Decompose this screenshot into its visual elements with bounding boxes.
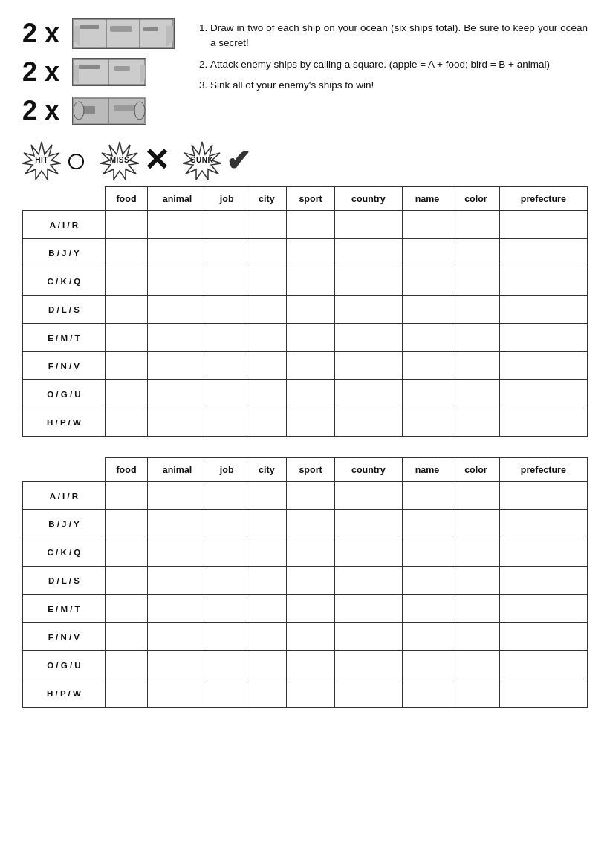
grid-cell-r2-c8[interactable]	[499, 267, 587, 296]
grid-cell-r4-c2[interactable]	[207, 324, 247, 352]
grid-cell-r3-c0[interactable]	[105, 567, 147, 595]
grid-cell-r3-c6[interactable]	[402, 567, 452, 595]
grid-cell-r5-c2[interactable]	[207, 623, 247, 651]
grid-cell-r6-c5[interactable]	[334, 380, 402, 408]
grid-cell-r6-c0[interactable]	[105, 651, 147, 679]
grid-cell-r4-c3[interactable]	[247, 595, 287, 623]
grid-cell-r0-c3[interactable]	[247, 211, 287, 239]
grid-cell-r2-c7[interactable]	[452, 267, 500, 296]
grid-cell-r1-c8[interactable]	[499, 239, 587, 267]
grid-cell-r7-c5[interactable]	[334, 679, 402, 708]
grid-cell-r2-c4[interactable]	[287, 538, 335, 567]
grid-cell-r6-c8[interactable]	[499, 380, 587, 408]
grid-cell-r2-c4[interactable]	[287, 267, 335, 296]
grid-cell-r1-c1[interactable]	[148, 510, 207, 538]
grid-cell-r5-c3[interactable]	[247, 623, 287, 651]
grid-cell-r1-c0[interactable]	[105, 510, 147, 538]
grid-cell-r2-c8[interactable]	[499, 538, 587, 567]
grid-cell-r3-c7[interactable]	[452, 296, 500, 324]
grid-cell-r0-c7[interactable]	[452, 482, 500, 510]
grid-cell-r0-c0[interactable]	[105, 482, 147, 510]
grid-cell-r3-c1[interactable]	[148, 296, 207, 324]
grid-cell-r1-c5[interactable]	[334, 510, 402, 538]
grid-cell-r1-c4[interactable]	[287, 239, 335, 267]
grid-cell-r4-c8[interactable]	[499, 595, 587, 623]
grid-cell-r3-c4[interactable]	[287, 567, 335, 595]
grid-cell-r1-c6[interactable]	[402, 510, 452, 538]
grid-cell-r0-c1[interactable]	[148, 211, 207, 239]
grid-cell-r5-c0[interactable]	[105, 352, 147, 380]
grid-cell-r1-c3[interactable]	[247, 239, 287, 267]
grid-cell-r6-c2[interactable]	[207, 380, 247, 408]
grid-cell-r6-c0[interactable]	[105, 380, 147, 408]
grid-cell-r3-c7[interactable]	[452, 567, 500, 595]
grid-cell-r4-c3[interactable]	[247, 324, 287, 352]
grid-cell-r7-c4[interactable]	[287, 679, 335, 708]
grid-cell-r2-c1[interactable]	[148, 267, 207, 296]
grid-cell-r5-c8[interactable]	[499, 352, 587, 380]
grid-cell-r3-c8[interactable]	[499, 296, 587, 324]
grid-cell-r5-c7[interactable]	[452, 352, 500, 380]
grid-cell-r5-c8[interactable]	[499, 623, 587, 651]
grid-cell-r0-c1[interactable]	[148, 482, 207, 510]
grid-cell-r0-c8[interactable]	[499, 482, 587, 510]
grid-cell-r7-c8[interactable]	[499, 679, 587, 708]
grid-cell-r3-c0[interactable]	[105, 296, 147, 324]
grid-cell-r4-c6[interactable]	[402, 595, 452, 623]
grid-cell-r7-c5[interactable]	[334, 408, 402, 437]
grid-cell-r4-c2[interactable]	[207, 595, 247, 623]
grid-cell-r2-c3[interactable]	[247, 538, 287, 567]
grid-cell-r7-c2[interactable]	[207, 408, 247, 437]
grid-cell-r1-c7[interactable]	[452, 510, 500, 538]
grid-cell-r7-c8[interactable]	[499, 408, 587, 437]
grid-cell-r2-c7[interactable]	[452, 538, 500, 567]
grid-cell-r1-c7[interactable]	[452, 239, 500, 267]
grid-cell-r4-c1[interactable]	[148, 595, 207, 623]
grid-cell-r4-c5[interactable]	[334, 595, 402, 623]
grid-cell-r4-c5[interactable]	[334, 324, 402, 352]
grid-cell-r5-c2[interactable]	[207, 352, 247, 380]
grid-cell-r6-c7[interactable]	[452, 651, 500, 679]
grid-cell-r2-c0[interactable]	[105, 538, 147, 567]
grid-cell-r6-c2[interactable]	[207, 651, 247, 679]
grid-cell-r4-c0[interactable]	[105, 324, 147, 352]
grid-cell-r0-c4[interactable]	[287, 482, 335, 510]
grid-cell-r6-c5[interactable]	[334, 651, 402, 679]
grid-cell-r7-c0[interactable]	[105, 408, 147, 437]
grid-cell-r0-c6[interactable]	[402, 482, 452, 510]
grid-cell-r6-c6[interactable]	[402, 651, 452, 679]
grid-cell-r7-c6[interactable]	[402, 408, 452, 437]
grid-cell-r7-c2[interactable]	[207, 679, 247, 708]
grid-cell-r4-c8[interactable]	[499, 324, 587, 352]
grid-cell-r7-c6[interactable]	[402, 679, 452, 708]
grid-cell-r0-c5[interactable]	[334, 482, 402, 510]
grid-cell-r5-c4[interactable]	[287, 623, 335, 651]
grid-cell-r0-c3[interactable]	[247, 482, 287, 510]
grid-cell-r5-c1[interactable]	[148, 352, 207, 380]
grid-cell-r3-c2[interactable]	[207, 296, 247, 324]
grid-cell-r7-c1[interactable]	[148, 679, 207, 708]
grid-cell-r7-c3[interactable]	[247, 408, 287, 437]
grid-cell-r6-c6[interactable]	[402, 380, 452, 408]
grid-cell-r4-c4[interactable]	[287, 595, 335, 623]
grid-cell-r3-c1[interactable]	[148, 567, 207, 595]
grid-cell-r7-c1[interactable]	[148, 408, 207, 437]
grid-cell-r2-c2[interactable]	[207, 538, 247, 567]
grid-cell-r7-c0[interactable]	[105, 679, 147, 708]
grid-cell-r5-c5[interactable]	[334, 352, 402, 380]
grid-cell-r1-c8[interactable]	[499, 510, 587, 538]
grid-cell-r2-c5[interactable]	[334, 267, 402, 296]
grid-cell-r3-c2[interactable]	[207, 567, 247, 595]
grid-cell-r0-c2[interactable]	[207, 211, 247, 239]
grid-cell-r1-c5[interactable]	[334, 239, 402, 267]
grid-cell-r0-c8[interactable]	[499, 211, 587, 239]
grid-cell-r1-c2[interactable]	[207, 239, 247, 267]
grid-cell-r2-c0[interactable]	[105, 267, 147, 296]
grid-cell-r3-c3[interactable]	[247, 567, 287, 595]
grid-cell-r1-c4[interactable]	[287, 510, 335, 538]
grid-cell-r6-c4[interactable]	[287, 651, 335, 679]
grid-cell-r5-c6[interactable]	[402, 352, 452, 380]
grid-cell-r2-c6[interactable]	[402, 267, 452, 296]
grid-cell-r3-c3[interactable]	[247, 296, 287, 324]
grid-cell-r6-c1[interactable]	[148, 380, 207, 408]
